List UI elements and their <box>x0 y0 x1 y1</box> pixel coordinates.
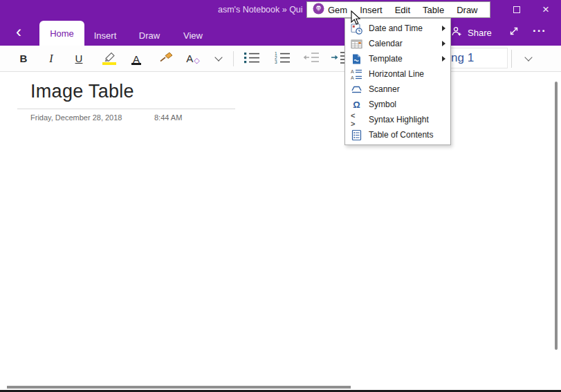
numbered-list-icon: 123 <box>275 51 291 66</box>
close-button[interactable]: × <box>531 0 560 19</box>
template-icon <box>351 53 362 65</box>
font-group-expand-button[interactable] <box>210 46 228 71</box>
gem-icon <box>313 3 324 17</box>
menu-label: Horizontal Line <box>369 69 445 79</box>
vertical-scrollbar-thumb[interactable] <box>555 82 558 350</box>
menubar-edge-separator <box>453 3 454 15</box>
horizontal-scrollbar-thumb[interactable] <box>7 386 351 389</box>
maximize-icon <box>513 6 520 13</box>
format-painter-button[interactable] <box>155 46 177 71</box>
menu-item-table-of-contents[interactable]: Table of Contents <box>345 127 450 142</box>
outdent-icon <box>303 51 320 66</box>
menu-label: Template <box>369 54 442 64</box>
highlight-button[interactable] <box>97 46 122 71</box>
back-chevron-icon: ‹ <box>16 22 21 41</box>
menu-item-scanner[interactable]: Scanner <box>345 82 450 97</box>
italic-label: I <box>49 53 53 65</box>
toolbar-separator <box>233 51 234 66</box>
menu-item-symbol[interactable]: Ω Symbol <box>345 97 450 112</box>
menubar-gem-label: Gem <box>328 5 347 15</box>
menu-item-template[interactable]: Template <box>345 51 450 66</box>
menubar-item-table[interactable]: Table <box>416 5 450 15</box>
underline-button[interactable]: U <box>69 46 89 71</box>
submenu-arrow-icon <box>442 56 445 62</box>
calendar-icon <box>351 38 362 50</box>
mouse-cursor <box>351 10 361 28</box>
menu-label: Table of Contents <box>369 130 445 140</box>
format-toolbar: B I U A A ◇ <box>0 46 561 72</box>
styles-letter: A <box>186 53 193 64</box>
styles-button[interactable]: A ◇ <box>181 46 205 71</box>
bullet-list-icon <box>244 51 260 66</box>
diagonal-expand-icon <box>508 26 519 39</box>
symbol-omega-icon: Ω <box>351 99 362 111</box>
outdent-button[interactable] <box>300 46 322 71</box>
menu-label: Date and Time <box>369 24 442 33</box>
toolbar-separator-2 <box>511 50 512 68</box>
menu-item-horizontal-line[interactable]: AA Horizontal Line <box>345 66 450 82</box>
menubar-item-draw[interactable]: Draw <box>450 5 484 15</box>
onenote-window: asm's Notebook » Qui – × ‹ Home Insert D… <box>0 0 561 392</box>
format-painter-brush-icon <box>158 51 174 66</box>
page-canvas[interactable]: Image Table Friday, December 28, 2018 8:… <box>0 72 561 392</box>
syntax-highlight-icon: < > <box>351 114 362 126</box>
style-gallery-expand-button[interactable] <box>519 46 538 71</box>
menubar-draw-label: Draw <box>457 5 477 15</box>
font-color-bar <box>131 63 141 66</box>
scanner-icon <box>351 84 362 95</box>
menubar-edit-label: Edit <box>395 5 410 15</box>
tab-view-label: View <box>183 30 203 41</box>
menu-item-calendar[interactable]: Calendar <box>345 36 450 51</box>
tab-home-label: Home <box>50 28 74 39</box>
menu-label: Symbol <box>369 100 445 109</box>
table-of-contents-icon <box>351 129 362 141</box>
share-person-icon <box>451 26 463 39</box>
chevron-down-icon <box>524 53 532 61</box>
menu-label: Syntax Highlight <box>369 115 445 124</box>
page-title-underline <box>17 109 235 109</box>
bold-button[interactable]: B <box>14 46 33 71</box>
tab-view[interactable]: View <box>176 25 210 46</box>
menubar-insert-label: Insert <box>360 5 383 15</box>
bold-label: B <box>20 53 28 64</box>
tab-insert-label: Insert <box>94 30 117 41</box>
gem-menubar: Gem Insert Edit Table Draw <box>306 1 490 18</box>
menubar-item-edit[interactable]: Edit <box>389 5 416 15</box>
menu-item-syntax-highlight[interactable]: < > Syntax Highlight <box>345 112 450 127</box>
horizontal-line-icon: AA <box>351 68 362 80</box>
numbered-list-button[interactable]: 123 <box>271 46 293 71</box>
submenu-arrow-icon <box>442 41 445 46</box>
tab-home[interactable]: Home <box>39 21 84 46</box>
underline-label: U <box>75 53 83 64</box>
menubar-item-gem[interactable]: Gem <box>311 3 353 17</box>
back-button[interactable]: ‹ <box>10 22 28 43</box>
window-title: asm's Notebook » Qui <box>218 5 303 15</box>
svg-text:3: 3 <box>275 59 277 64</box>
paragraph-style-selector[interactable]: ng 1 <box>443 48 508 68</box>
menu-label: Calendar <box>369 39 442 48</box>
chevron-down-icon <box>214 53 222 61</box>
italic-button[interactable]: I <box>42 46 61 71</box>
share-button[interactable]: Share <box>451 19 492 46</box>
styles-diamond-icon: ◇ <box>194 56 199 65</box>
tab-insert[interactable]: Insert <box>88 25 122 46</box>
gem-insert-menu: Date and Time Calendar Template AA Horiz… <box>344 18 451 145</box>
ellipsis-icon: ··· <box>533 24 546 38</box>
svg-text:A: A <box>351 69 354 74</box>
page-date: Friday, December 28, 2018 <box>30 113 122 122</box>
bullet-list-button[interactable] <box>241 46 263 71</box>
fullscreen-button[interactable] <box>505 19 523 46</box>
page-title[interactable]: Image Table <box>30 81 134 102</box>
maximize-button[interactable] <box>502 0 531 19</box>
close-icon: × <box>542 3 549 17</box>
svg-text:A: A <box>351 75 354 80</box>
submenu-arrow-icon <box>442 26 445 31</box>
highlight-color-bar <box>102 62 116 65</box>
tab-draw[interactable]: Draw <box>133 25 166 46</box>
style-selector-text: ng 1 <box>451 51 474 64</box>
share-label: Share <box>468 28 492 38</box>
font-color-button[interactable]: A <box>126 46 147 71</box>
more-options-button[interactable]: ··· <box>527 18 552 44</box>
menubar-table-label: Table <box>423 5 444 15</box>
page-time: 8:44 AM <box>154 113 182 122</box>
